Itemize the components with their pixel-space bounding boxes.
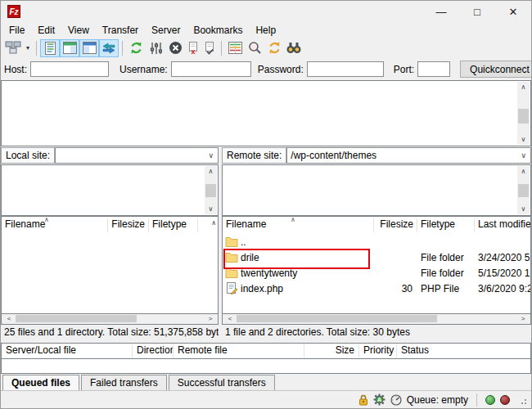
quickconnect-button[interactable]: Quickconnect <box>460 61 532 78</box>
remote-column-filename[interactable]: Filename <box>223 218 374 232</box>
toggle-local-tree-button[interactable] <box>60 39 79 57</box>
remote-tree-scrollbar[interactable]: ∧ ∨ <box>517 166 530 214</box>
message-log-icon <box>44 42 56 55</box>
file-row-parent-dir[interactable]: .. <box>223 234 530 249</box>
local-column-filesize[interactable]: Filesize <box>108 218 149 232</box>
remote-horizontal-scrollbar[interactable]: < > <box>222 314 531 325</box>
process-queue-button[interactable] <box>146 39 165 57</box>
username-input[interactable] <box>171 61 251 77</box>
queue-column-server-local-file[interactable]: Server/Local file <box>2 344 133 358</box>
remote-site-label: Remote site: <box>222 147 286 164</box>
cancel-button[interactable] <box>165 39 185 57</box>
queue-header: Server/Local file Direction Remote file … <box>1 343 531 359</box>
scroll-up-icon[interactable]: ∧ <box>205 166 217 177</box>
speed-limits-icon[interactable]: A <box>373 393 385 406</box>
menu-edit[interactable]: Edit <box>31 23 61 38</box>
site-manager-dropdown[interactable]: ▾ <box>23 44 33 52</box>
queue-tabs: Queued files Failed transfers Successful… <box>1 374 531 390</box>
scroll-left-icon[interactable]: < <box>224 314 236 323</box>
message-log: ∧ ∨ <box>1 80 531 146</box>
scroll-down-icon[interactable]: ∨ <box>517 204 530 214</box>
local-column-filename[interactable]: Filename <box>2 218 108 232</box>
queue-column-direction[interactable]: Direction <box>133 344 174 358</box>
local-column-filetype[interactable]: Filetype <box>149 218 198 232</box>
disconnect-icon: x <box>187 42 200 55</box>
scroll-left-icon[interactable]: < <box>3 314 15 323</box>
directory-listing-filters-button[interactable] <box>225 39 245 57</box>
scroll-up-icon[interactable]: ∧ <box>517 166 530 177</box>
scrollbar-thumb[interactable] <box>518 109 529 124</box>
port-label: Port: <box>394 64 414 75</box>
filezilla-window: Fz — □ ✕ File Edit View Transfer Server … <box>0 0 532 409</box>
scroll-down-icon[interactable]: ∨ <box>517 134 530 145</box>
tab-failed-transfers[interactable]: Failed transfers <box>81 375 167 390</box>
local-tree-scrollbar[interactable]: ∧ ∨ <box>205 166 217 214</box>
remote-site-row: Remote site: /wp-content/themes ∨ <box>222 146 531 164</box>
menu-server[interactable]: Server <box>145 23 187 38</box>
host-input[interactable] <box>30 61 109 77</box>
scrollbar-thumb[interactable] <box>16 315 137 322</box>
file-row-index-php[interactable]: index.php 30 PHP File 3/6/2020 9:23 <box>223 281 530 296</box>
remote-site-combobox[interactable]: /wp-content/themes ∨ <box>286 147 531 164</box>
refresh-button[interactable] <box>126 39 146 57</box>
queue-column-size[interactable]: Size <box>304 344 359 358</box>
remote-column-last-modified[interactable]: Last modified <box>475 218 530 232</box>
menu-view[interactable]: View <box>61 23 96 38</box>
tab-queued-files[interactable]: Queued files <box>2 375 79 390</box>
remote-status-text: 1 file and 2 directories. Total size: 30… <box>222 325 531 340</box>
local-site-row: Local site: ∨ <box>1 146 219 164</box>
local-file-list[interactable] <box>1 232 219 314</box>
local-horizontal-scrollbar[interactable]: < > <box>1 314 219 325</box>
scroll-right-icon[interactable]: > <box>205 314 216 323</box>
remote-tree-icon <box>83 42 97 54</box>
site-manager-icon <box>5 41 21 55</box>
remote-column-filesize[interactable]: Filesize <box>374 218 417 232</box>
quickconnect-bar: Host: Username: Password: Port: Quickcon… <box>1 58 531 80</box>
local-site-combobox[interactable]: ∨ <box>55 147 219 164</box>
toggle-transfer-queue-button[interactable] <box>99 39 119 57</box>
lock-icon[interactable] <box>358 394 368 406</box>
gauge-icon[interactable] <box>390 394 402 406</box>
disconnect-button[interactable]: x <box>185 39 201 57</box>
directory-comparison-button[interactable] <box>264 39 284 57</box>
local-tree-view[interactable]: ∧ ∨ <box>1 164 219 216</box>
queue-column-remote-file[interactable]: Remote file <box>174 344 304 358</box>
minimize-button[interactable]: — <box>423 1 459 22</box>
scrollbar-thumb[interactable] <box>237 315 437 322</box>
tab-successful-transfers[interactable]: Successful transfers <box>169 375 275 390</box>
password-input[interactable] <box>307 61 384 77</box>
menu-bookmarks[interactable]: Bookmarks <box>187 23 249 38</box>
scrollbar-thumb[interactable] <box>205 184 216 197</box>
remote-tree-view[interactable]: ∧ ∨ <box>222 164 531 216</box>
resize-grip[interactable] <box>518 396 526 404</box>
toggle-message-log-button[interactable] <box>40 39 60 57</box>
maximize-button[interactable]: □ <box>459 1 495 22</box>
site-manager-button[interactable] <box>3 39 23 57</box>
file-row-drile[interactable]: drile File folder 3/24/2020 5:0 <box>223 249 530 265</box>
filename-filters-button[interactable] <box>245 39 264 57</box>
scroll-up-icon[interactable]: ∧ <box>517 82 530 92</box>
scroll-up-icon[interactable]: ∧ <box>211 219 216 227</box>
file-row-twentytwenty[interactable]: twentytwenty File folder 5/15/2020 12: <box>223 265 530 281</box>
scroll-right-icon[interactable]: > <box>517 314 529 323</box>
scrollbar-thumb[interactable] <box>518 184 529 197</box>
php-file-icon <box>223 282 241 294</box>
sort-ascending-icon: ∧ <box>291 216 295 223</box>
menu-transfer[interactable]: Transfer <box>96 23 145 38</box>
chevron-down-icon[interactable]: ∨ <box>208 151 218 160</box>
toggle-remote-tree-button[interactable] <box>79 39 99 57</box>
message-log-scrollbar[interactable]: ∧ ∨ <box>517 82 530 145</box>
remote-column-filetype[interactable]: Filetype <box>417 218 475 232</box>
close-button[interactable]: ✕ <box>495 1 531 22</box>
port-input[interactable] <box>417 61 450 77</box>
menu-help[interactable]: Help <box>249 23 282 38</box>
queue-column-priority[interactable]: Priority <box>359 344 397 358</box>
find-files-button[interactable] <box>284 39 304 57</box>
reconnect-button[interactable] <box>201 39 218 57</box>
statusbar-right: A Queue: empty <box>358 393 526 407</box>
queue-list[interactable] <box>1 359 531 374</box>
chevron-down-icon[interactable]: ∨ <box>521 151 530 160</box>
queue-column-status[interactable]: Status <box>397 344 530 358</box>
scroll-down-icon[interactable]: ∨ <box>205 204 217 214</box>
menu-file[interactable]: File <box>2 23 31 38</box>
